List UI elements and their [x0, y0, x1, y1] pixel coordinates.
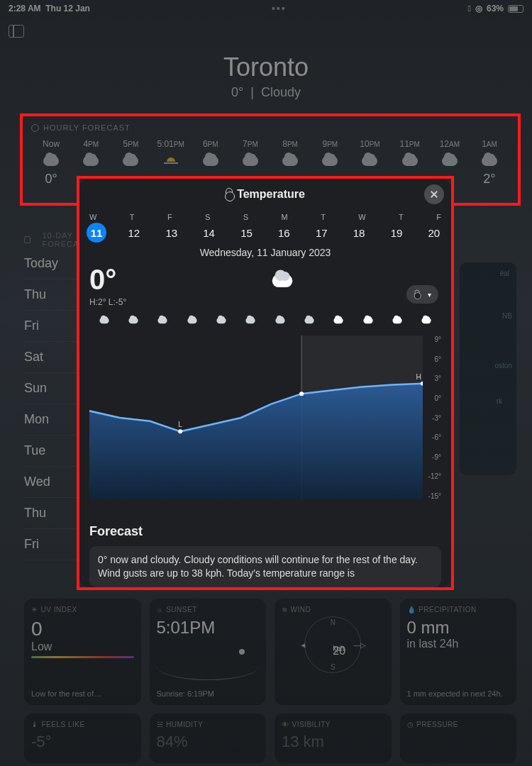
svg-point-3 [178, 429, 182, 433]
humidity-tile[interactable]: ☵HUMIDITY 84% [150, 714, 267, 763]
modal-temp: 0° [89, 264, 116, 296]
feels-like-tile[interactable]: 🌡FEELS LIKE -5° [24, 714, 141, 763]
visibility-tile[interactable]: 👁VISIBILITY 13 km [275, 714, 392, 763]
detail-tiles-row-1: ☀UV INDEX 0 Low Low for the rest of… ☼SU… [24, 599, 516, 705]
wind-tile[interactable]: ≋WIND N S 20kph ◄ —▷ [275, 599, 392, 705]
sunset-icon [164, 156, 178, 166]
more-icon: ••• [90, 3, 468, 14]
compass: N S 20kph ◄ —▷ [304, 616, 361, 673]
wifi-icon: 􀙇 [468, 4, 471, 13]
date-button[interactable]: 13 [162, 223, 182, 243]
cloud-icon [243, 156, 258, 166]
sunset-tile[interactable]: ☼SUNSET 5:01PM Sunrise: 6:19PM [150, 599, 267, 705]
cloud-icon [158, 318, 167, 323]
thermometer-icon: 🌡 [31, 721, 39, 728]
cloud-icon [482, 156, 497, 166]
date-button[interactable]: 14 [199, 223, 219, 243]
cloud-icon [392, 318, 401, 323]
cloud-icon [203, 156, 218, 166]
uv-gradient [31, 656, 134, 658]
forecast-text: 0° now and cloudy. Cloudy conditions wil… [89, 546, 441, 587]
date-button[interactable]: 12 [124, 223, 144, 243]
cloud-icon [422, 318, 431, 323]
date-button[interactable]: 17 [311, 223, 331, 243]
weekday-row: WTFSSMTWTF [79, 210, 451, 221]
svg-text:L: L [178, 421, 182, 428]
gauge-icon: ◷ [407, 721, 414, 728]
temperature-detail-modal: Temperature WTFSSMTWTF 11121314151617181… [79, 179, 451, 587]
date-button[interactable]: 20 [424, 223, 444, 243]
date-row: 11121314151617181920 [79, 221, 451, 247]
location-icon: ◎ [475, 4, 482, 13]
modal-header: Temperature [79, 179, 451, 210]
thermometer-icon [415, 290, 420, 299]
cloud-icon [282, 156, 298, 166]
cloud-icon [128, 318, 138, 323]
temperature-chart[interactable]: 9°6°3°0°-3°-6°-9°-12°-15° L H [89, 316, 441, 500]
cloud-icon [43, 156, 59, 166]
sunset-icon: ☼ [157, 606, 164, 614]
close-button[interactable] [424, 184, 444, 204]
current-temp: 0° [231, 85, 243, 99]
cloud-icon [304, 318, 314, 323]
cloud-icon [362, 156, 377, 166]
cloud-icon [187, 318, 196, 323]
high-low: H:2° L:-5° [89, 297, 441, 307]
wind-icon: ≋ [282, 606, 288, 614]
calendar-icon [24, 236, 31, 243]
location-header: Toronto 0° | Cloudy [0, 52, 532, 100]
eye-icon: 👁 [282, 721, 289, 728]
svg-text:H: H [416, 373, 421, 381]
cloud-icon [272, 274, 293, 287]
hour-column[interactable]: Now 0° [31, 139, 71, 187]
date-button[interactable]: 18 [349, 223, 369, 243]
cloud-icon [275, 318, 284, 323]
cloud-icon [363, 318, 372, 323]
droplet-icon: 💧 [407, 606, 416, 614]
sun-arc [157, 652, 260, 680]
date-button[interactable]: 16 [274, 223, 294, 243]
city-name: Toronto [0, 52, 532, 82]
hour-column[interactable]: 1AM 2° [470, 139, 509, 187]
metric-picker[interactable]: ▾ [406, 285, 438, 304]
status-time: 2:28 AM [9, 4, 41, 13]
cloud-icon [99, 318, 109, 323]
current-condition: Cloudy [261, 85, 301, 99]
sun-icon: ☀ [31, 606, 38, 614]
cloud-icon [402, 156, 418, 166]
svg-point-2 [299, 392, 304, 396]
arrow-left-icon: ◄ [299, 641, 306, 649]
uv-index-tile[interactable]: ☀UV INDEX 0 Low Low for the rest of… [24, 599, 141, 705]
cloud-icon [442, 156, 458, 166]
cloud-icon [322, 156, 338, 166]
pressure-tile[interactable]: ◷PRESSURE [400, 714, 517, 763]
status-bar: 2:28 AM Thu 12 Jan ••• 􀙇 ◎ 63% [0, 0, 532, 17]
forecast-heading: Forecast [89, 524, 441, 539]
status-date: Thu 12 Jan [45, 4, 90, 13]
date-button[interactable]: 19 [387, 223, 406, 243]
precipitation-map[interactable]: éal NB oston rk [460, 262, 516, 475]
battery-percent: 63% [487, 4, 504, 13]
toolbar [0, 17, 532, 45]
date-button[interactable]: 15 [237, 223, 257, 243]
cloud-icon [123, 156, 138, 166]
thermometer-icon [226, 188, 233, 201]
cloud-icon [246, 318, 255, 323]
clock-icon [31, 124, 39, 132]
humidity-icon: ☵ [157, 721, 164, 728]
detail-tiles-row-2: 🌡FEELS LIKE -5° ☵HUMIDITY 84% 👁VISIBILIT… [24, 714, 516, 763]
chevron-down-icon: ▾ [428, 291, 431, 299]
precipitation-tile[interactable]: 💧PRECIPITATION 0 mm in last 24h 1 mm exp… [400, 599, 517, 705]
cloud-icon [216, 318, 226, 323]
date-button[interactable]: 11 [87, 223, 106, 243]
sidebar-toggle-icon[interactable] [9, 25, 24, 38]
full-date: Wednesday, 11 January 2023 [79, 247, 451, 258]
modal-title: Temperature [237, 188, 305, 201]
arrow-right-icon: —▷ [353, 641, 366, 649]
cloud-icon [83, 156, 99, 166]
cloud-icon [334, 318, 343, 323]
hourly-label: HOURLY FORECAST [43, 123, 131, 132]
battery-icon [508, 5, 523, 13]
